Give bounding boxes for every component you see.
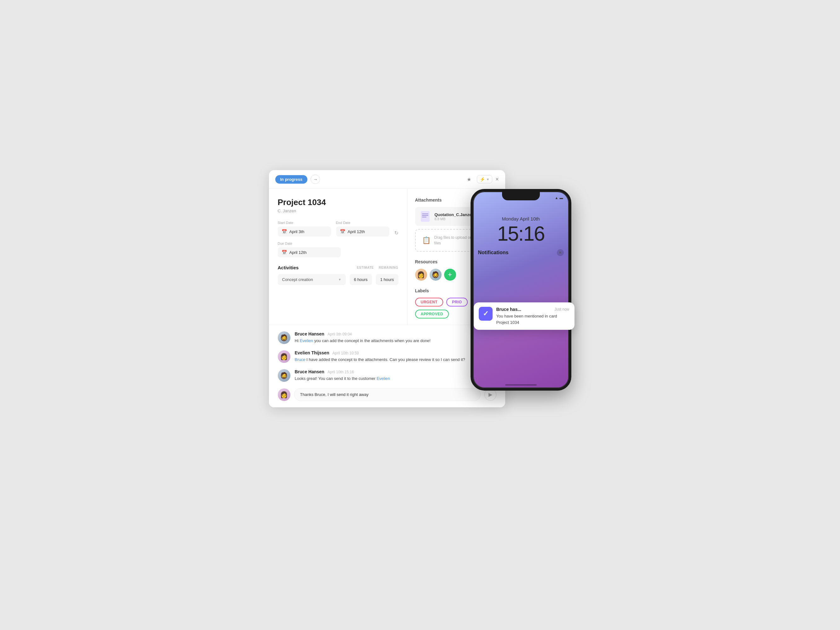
activities-header: Activities ESTIMATE REMAINING: [278, 265, 398, 270]
notif-title: Bruce has...: [496, 307, 521, 312]
iphone-notifications-header: Notifications ×: [473, 245, 569, 258]
resource-avatar-2[interactable]: 🧔: [429, 269, 442, 281]
notif-content: Bruce has... Just now You have been ment…: [496, 307, 570, 325]
card-body: Project 1034 C. Janzen Start date 📅 Apri…: [269, 189, 505, 325]
mention-evelien-1[interactable]: Evelien: [300, 338, 313, 343]
resource-avatar-1[interactable]: 👩: [415, 269, 427, 281]
svg-rect-2: [422, 215, 428, 216]
comment-author-1: Bruce Hansen: [295, 332, 324, 336]
comment-author-3: Bruce Hansen: [295, 369, 324, 374]
comment-content-1: Bruce Hansen April 3th 09:04 Hi Evelien …: [295, 332, 431, 344]
iphone-status-bar: ▲ ▬: [473, 193, 569, 200]
label-prio[interactable]: PRIO: [446, 298, 467, 306]
comment-item-3: 🧔 Bruce Hansen April 10th 15:16 Looks gr…: [278, 369, 496, 382]
svg-rect-1: [422, 213, 428, 214]
end-date-field: End date 📅 April 12th: [336, 221, 389, 237]
dates-row: Start date 📅 April 3th End date 📅 April …: [278, 221, 398, 237]
due-date-label: Due date: [278, 242, 398, 245]
lightning-button[interactable]: ⚡ ▼: [477, 175, 492, 183]
activity-remaining: 1 hours: [376, 274, 398, 285]
start-date-value: April 3th: [289, 229, 305, 234]
comment-input-avatar: 👩: [278, 388, 291, 401]
mention-bruce-1[interactable]: Bruce: [295, 357, 306, 362]
chevron-down-icon: ▼: [338, 278, 341, 281]
refresh-button[interactable]: ↻: [394, 230, 398, 236]
comment-item-2: 👩 Evelien Thijssen April 10th 10:59 Bruc…: [278, 350, 496, 363]
calendar-icon-end: 📅: [340, 229, 345, 234]
comment-header-3: Bruce Hansen April 10th 15:16: [295, 369, 390, 374]
due-date-input[interactable]: 📅 April 12th: [278, 247, 341, 257]
iphone-time-area: Monday April 10th 15:16: [497, 201, 544, 245]
label-approved[interactable]: APPROVED: [415, 309, 449, 319]
comment-input-row: 👩 ▶: [278, 388, 496, 401]
comment-time-2: April 10th 10:59: [332, 351, 359, 355]
svg-rect-0: [421, 211, 429, 222]
iphone-clock: 15:16: [497, 222, 544, 245]
notifications-close[interactable]: ×: [557, 249, 564, 256]
end-date-value: April 12th: [348, 229, 365, 234]
start-date-input[interactable]: 📅 April 3th: [278, 226, 331, 237]
comment-avatar-bruce-1: 🧔: [278, 332, 291, 344]
end-date-input[interactable]: 📅 April 12th: [336, 226, 389, 237]
notif-header-row: Bruce has... Just now: [496, 307, 570, 312]
remaining-col-label: REMAINING: [379, 266, 398, 269]
activity-name: Concept creation: [282, 277, 313, 282]
comment-avatar-bruce-2: 🧔: [278, 369, 291, 382]
status-button[interactable]: In progress: [275, 175, 308, 184]
left-panel: Project 1034 C. Janzen Start date 📅 Apri…: [269, 189, 407, 325]
calendar-icon-due: 📅: [281, 250, 287, 255]
card-header: In progress → ★ ⚡ ▼ ×: [269, 170, 505, 189]
notif-time: Just now: [554, 307, 569, 311]
add-resource-button[interactable]: +: [444, 269, 456, 281]
battery-icon: ▬: [560, 196, 563, 200]
project-subtitle: C. Janzen: [278, 208, 398, 213]
due-date-row: Due date 📅 April 12th: [278, 242, 398, 257]
comments-section: 🧔 Bruce Hansen April 3th 09:04 Hi Evelie…: [269, 325, 505, 407]
wifi-icon: ▲: [555, 196, 559, 200]
notif-app-icon: ✓: [479, 307, 493, 321]
iphone-bottom-bar: [505, 384, 537, 385]
activity-select[interactable]: Concept creation ▼: [278, 274, 346, 285]
comment-time-1: April 3th 09:04: [328, 332, 352, 336]
notif-check-icon: ✓: [483, 309, 488, 318]
notif-body: You have been mentioned in card Project …: [496, 313, 570, 325]
lightning-chevron: ▼: [486, 178, 489, 181]
star-button[interactable]: ★: [464, 175, 474, 184]
due-date-value: April 12th: [289, 250, 307, 255]
star-icon: ★: [467, 177, 471, 182]
comment-header-1: Bruce Hansen April 3th 09:04: [295, 332, 431, 336]
comment-content-3: Bruce Hansen April 10th 15:16 Looks grea…: [295, 369, 390, 382]
comment-text-3: Looks great! You can send it to the cust…: [295, 376, 390, 382]
mention-evelien-2[interactable]: Evelien: [377, 376, 390, 381]
comment-text-2: Bruce I have added the concept to the at…: [295, 357, 465, 363]
header-right: ★ ⚡ ▼ ×: [464, 175, 499, 184]
send-icon: ▶: [488, 392, 492, 398]
pdf-icon: [420, 211, 431, 222]
start-date-field: Start date 📅 April 3th: [278, 221, 331, 237]
header-left: In progress →: [275, 175, 320, 184]
comment-input[interactable]: [294, 388, 481, 401]
label-urgent[interactable]: URGENT: [415, 298, 444, 306]
comment-avatar-evelien: 👩: [278, 350, 291, 363]
estimate-col-label: ESTIMATE: [357, 266, 374, 269]
activities-title: Activities: [278, 265, 299, 270]
iphone-screen: ▲ ▬ Monday April 10th 15:16 Notification…: [473, 191, 569, 388]
iphone-date: Monday April 10th: [497, 216, 544, 221]
comment-author-2: Evelien Thijssen: [295, 350, 330, 355]
activities-section: Activities ESTIMATE REMAINING Concept cr…: [278, 265, 398, 285]
comment-item-1: 🧔 Bruce Hansen April 3th 09:04 Hi Evelie…: [278, 332, 496, 344]
comment-time-3: April 10th 15:16: [328, 370, 354, 374]
start-date-label: Start date: [278, 221, 331, 224]
comment-content-2: Evelien Thijssen April 10th 10:59 Bruce …: [295, 350, 465, 363]
activity-estimate: 6 hours: [350, 274, 372, 285]
lightning-icon: ⚡: [480, 177, 485, 182]
comment-header-2: Evelien Thijssen April 10th 10:59: [295, 350, 465, 355]
project-card: In progress → ★ ⚡ ▼ × Project 1034 C. Ja…: [269, 170, 505, 407]
end-date-label: End date: [336, 221, 389, 224]
notification-popup[interactable]: ✓ Bruce has... Just now You have been me…: [474, 302, 575, 330]
iphone-mockup: ▲ ▬ Monday April 10th 15:16 Notification…: [471, 189, 572, 391]
arrow-button[interactable]: →: [311, 175, 320, 184]
svg-rect-3: [422, 217, 426, 217]
close-button[interactable]: ×: [496, 176, 499, 183]
comment-text-1: Hi Evelien you can add the concept in th…: [295, 338, 431, 344]
